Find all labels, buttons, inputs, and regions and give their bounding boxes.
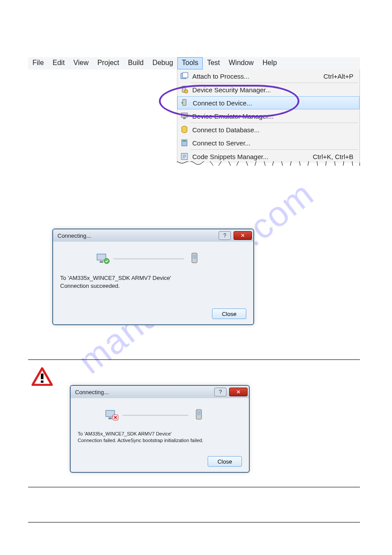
dialog-message-line1: To 'AM335x_WINCE7_SDK ARMV7 Device' <box>60 274 246 282</box>
titlebar-close-button[interactable]: ✕ <box>234 231 252 240</box>
device-icon <box>192 408 207 423</box>
menu-help[interactable]: Help <box>258 57 281 69</box>
close-button[interactable]: Close <box>208 456 242 467</box>
computer-error-icon <box>104 408 119 423</box>
device-emulator-icon <box>180 112 189 120</box>
menu-item-label: Device Emulator Manager... <box>192 112 360 120</box>
dialog-message-line1: To 'AM335x_WINCE7_SDK ARMV7 Device' <box>78 431 242 437</box>
svg-point-3 <box>184 90 188 93</box>
computer-icon <box>95 251 110 266</box>
dialog-title: Connecting... <box>71 389 213 395</box>
menu-view[interactable]: View <box>69 57 93 69</box>
connect-server-icon <box>180 138 189 147</box>
menu-connect-to-device[interactable]: Connect to Device... <box>177 96 360 109</box>
svg-rect-19 <box>108 417 112 419</box>
connection-graphic <box>60 251 246 266</box>
menu-item-label: Attach to Process... <box>192 73 324 80</box>
connecting-dialog-success: Connecting... ? ✕ To 'AM335x_WINCE7_SDK … <box>52 229 254 325</box>
attach-process-icon <box>180 72 189 80</box>
svg-rect-4 <box>183 99 186 105</box>
menu-item-shortcut: Ctrl+Alt+P <box>324 73 360 80</box>
svg-rect-1 <box>183 73 188 78</box>
menu-item-label: Device Security Manager... <box>192 86 360 94</box>
connect-database-icon <box>180 125 189 134</box>
menu-file[interactable]: File <box>28 57 48 69</box>
warning-icon <box>32 367 53 386</box>
connection-graphic <box>78 408 242 423</box>
titlebar-close-button[interactable]: ✕ <box>229 388 248 396</box>
menubar: File Edit View Project Build Debug Tools… <box>28 57 360 69</box>
device-icon <box>187 251 202 266</box>
device-security-icon <box>180 85 189 94</box>
menu-device-emulator-manager[interactable]: Device Emulator Manager... <box>177 109 360 123</box>
svg-rect-15 <box>193 254 196 259</box>
menu-item-shortcut: Ctrl+K, Ctrl+B <box>313 153 360 160</box>
menu-device-security-manager[interactable]: Device Security Manager... <box>177 83 360 96</box>
svg-rect-22 <box>197 411 201 415</box>
menu-debug[interactable]: Debug <box>148 57 177 69</box>
tools-dropdown: Attach to Process... Ctrl+Alt+P Device S… <box>177 69 360 163</box>
svg-rect-12 <box>100 261 103 263</box>
svg-rect-5 <box>181 113 187 117</box>
menu-test[interactable]: Test <box>203 57 224 69</box>
dialog-message-line2: Connection failed. ActiveSync bootstrap … <box>78 437 242 444</box>
menu-tools[interactable]: Tools <box>177 57 202 69</box>
menu-connect-to-server[interactable]: Connect to Server... <box>177 136 360 149</box>
menu-item-label: Connect to Server... <box>192 139 360 147</box>
svg-rect-17 <box>41 381 43 383</box>
svg-rect-16 <box>41 374 43 379</box>
dialog-message-line2: Connection succeeded. <box>60 282 246 290</box>
menu-item-label: Code Snippets Manager... <box>192 153 313 160</box>
divider <box>28 359 360 360</box>
dialog-title: Connecting... <box>53 232 217 239</box>
menu-edit[interactable]: Edit <box>48 57 69 69</box>
svg-rect-9 <box>183 141 186 141</box>
connecting-dialog-failure: Connecting... ? ✕ To 'AM335x_WINCE7_SDK … <box>70 385 250 473</box>
connect-device-icon <box>180 98 189 107</box>
menu-attach-to-process[interactable]: Attach to Process... Ctrl+Alt+P <box>177 69 360 83</box>
menu-build[interactable]: Build <box>124 57 148 69</box>
menu-project[interactable]: Project <box>93 57 124 69</box>
svg-rect-6 <box>183 118 186 119</box>
menu-window[interactable]: Window <box>224 57 258 69</box>
divider <box>28 487 360 487</box>
close-button[interactable]: Close <box>212 308 246 319</box>
divider <box>28 522 360 522</box>
menu-item-label: Connect to Device... <box>193 99 359 107</box>
torn-edge <box>177 160 360 164</box>
titlebar-help-button[interactable]: ? <box>219 231 231 240</box>
titlebar: Connecting... ? ✕ <box>71 386 249 398</box>
titlebar: Connecting... ? ✕ <box>53 229 253 242</box>
titlebar-help-button[interactable]: ? <box>214 388 227 396</box>
menu-connect-to-database[interactable]: Connect to Database... <box>177 123 360 136</box>
menu-item-label: Connect to Database... <box>192 126 360 134</box>
